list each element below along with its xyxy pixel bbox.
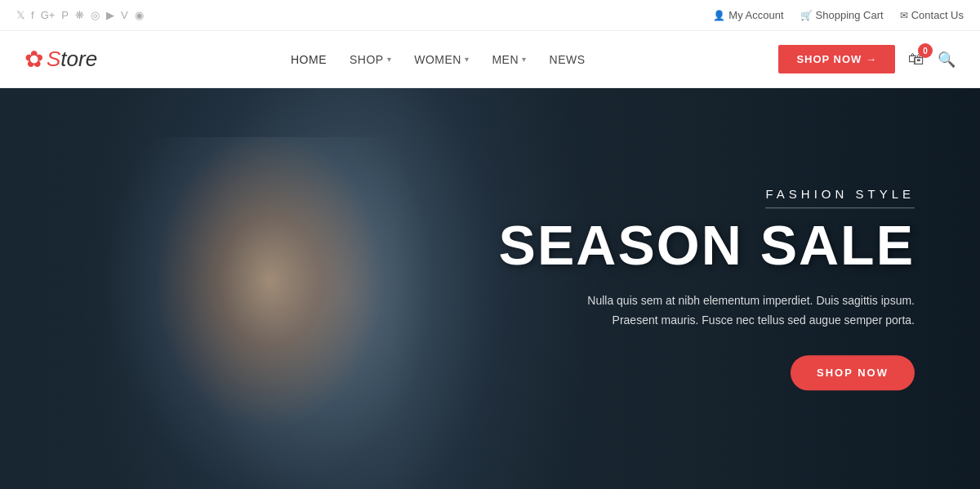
facebook-icon[interactable]: f [31,9,34,21]
unknown-social-icon[interactable]: ❋ [75,9,84,21]
logo-text: Store [47,47,97,72]
top-right-links: 👤 My Account 🛒 Shopping Cart ✉ Contact U… [713,9,964,21]
envelope-icon: ✉ [900,10,908,21]
hero-content: FASHION STYLE SEASON SALE Nulla quis sem… [499,187,915,390]
shop-now-button[interactable]: SHOP NOW → [778,45,895,73]
social-icons: 𝕏 f G+ P ❋ ◎ ▶ V ◉ [16,9,144,21]
nav-home[interactable]: HOME [291,53,327,66]
pinterest-icon[interactable]: P [61,9,69,21]
men-chevron-icon: ▾ [522,55,527,64]
main-nav: HOME SHOP ▾ WOMEN ▾ MEN ▾ NEWS [291,53,586,66]
hero-description: Nulla quis sem at nibh elementum imperdi… [499,292,915,331]
nav-shop[interactable]: SHOP ▾ [350,53,391,66]
shopping-cart-link[interactable]: 🛒 Shopping Cart [800,9,884,21]
shop-chevron-icon: ▾ [387,55,392,64]
account-icon: 👤 [713,10,725,21]
twitter-icon[interactable]: 𝕏 [16,9,24,21]
top-bar: 𝕏 f G+ P ❋ ◎ ▶ V ◉ 👤 My Account 🛒 Shoppi… [0,0,980,31]
women-chevron-icon: ▾ [465,55,470,64]
nav-men[interactable]: MEN ▾ [492,53,526,66]
youtube-icon[interactable]: ▶ [106,9,114,21]
header: ✿ Store HOME SHOP ▾ WOMEN ▾ MEN ▾ NEWS S… [0,31,980,88]
google-plus-icon[interactable]: G+ [41,9,56,21]
contact-us-link[interactable]: ✉ Contact Us [900,9,964,21]
logo[interactable]: ✿ Store [24,47,97,72]
nav-women[interactable]: WOMEN ▾ [414,53,469,66]
nav-right-actions: SHOP NOW → 🛍 0 🔍 [778,45,956,73]
hero-subtitle: FASHION STYLE [765,187,915,208]
cart-icon: 🛒 [800,10,813,21]
rss-icon[interactable]: ◉ [135,9,144,21]
hero-section: FASHION STYLE SEASON SALE Nulla quis sem… [0,88,980,489]
instagram-icon[interactable]: ◎ [91,9,100,21]
vine-icon[interactable]: V [121,9,128,21]
hero-cta-button[interactable]: SHOP NOW [791,355,915,390]
search-icon: 🔍 [938,51,956,68]
cart-icon-button[interactable]: 🛍 0 [908,50,924,69]
cart-badge: 0 [918,43,933,58]
search-button[interactable]: 🔍 [938,51,956,69]
hero-title: SEASON SALE [499,215,915,276]
my-account-link[interactable]: 👤 My Account [713,9,783,21]
logo-icon: ✿ [24,48,43,71]
nav-news[interactable]: NEWS [550,53,586,66]
